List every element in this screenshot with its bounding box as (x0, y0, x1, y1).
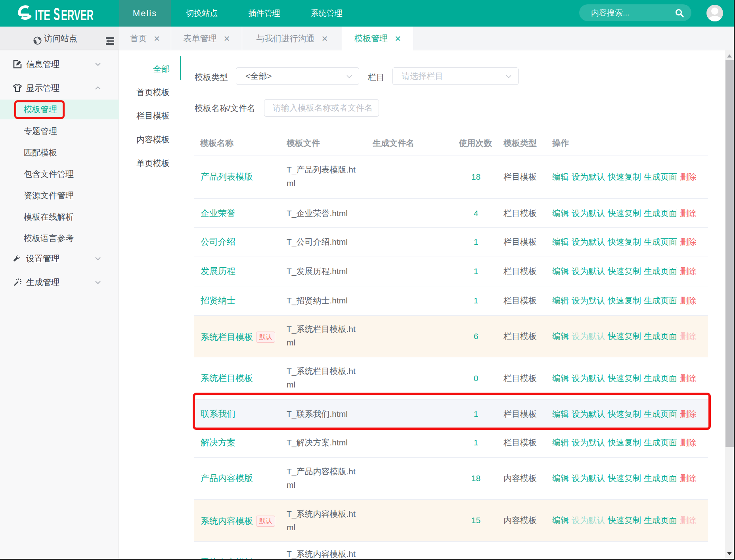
svg-text:ERVER: ERVER (61, 7, 94, 22)
svg-text:S: S (54, 5, 60, 22)
svg-text:ITE: ITE (35, 7, 50, 22)
